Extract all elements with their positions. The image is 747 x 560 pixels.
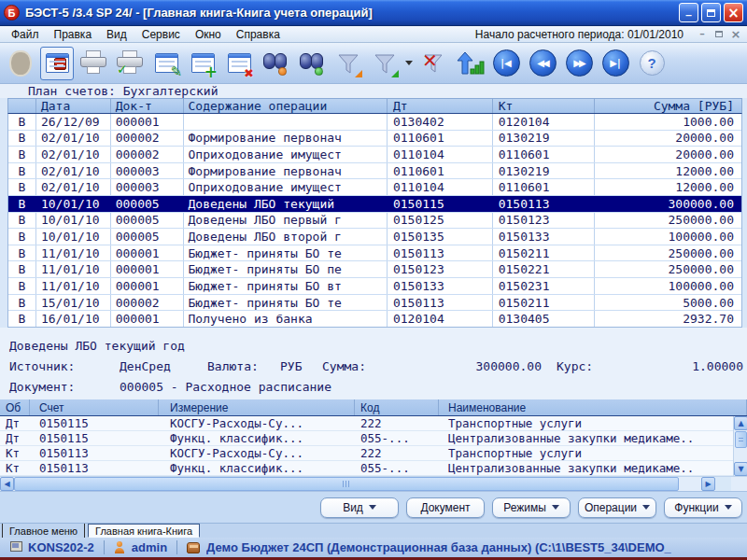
source-value: ДенСред	[120, 359, 207, 373]
action-button-0[interactable]: Вид	[320, 497, 399, 518]
postings-cell-3: 222	[355, 416, 439, 430]
edit-record-icon[interactable]	[149, 47, 183, 80]
cell-4: 0150123	[388, 261, 493, 277]
postings-header-row: ОбСчетИзмерениеКодНаименование	[0, 399, 747, 416]
delete-record-icon[interactable]	[222, 47, 256, 80]
search-next-icon[interactable]	[295, 47, 329, 80]
nav-last-icon[interactable]	[599, 47, 632, 80]
cell-6: 20000.00	[595, 131, 741, 147]
cell-2: 000001	[111, 261, 184, 277]
table-row[interactable]: В11/01/10000001Бюджет- приняты БО вт0150…	[8, 278, 741, 295]
postings-row[interactable]: Дт0150115КОСГУ-Расходы-Су...222Транспорт…	[0, 416, 733, 431]
cell-5: 0150123	[493, 213, 596, 229]
action-button-4[interactable]: Функции	[664, 497, 742, 518]
action-button-label: Режимы	[503, 501, 546, 514]
cell-4: 0110601	[388, 163, 493, 179]
nav-next-icon[interactable]	[562, 47, 596, 80]
table-row[interactable]: В10/01/10000005Доведены ЛБО текущий01501…	[8, 196, 741, 213]
cell-3: Доведены ЛБО первый г	[184, 213, 388, 229]
action-button-1[interactable]: Документ	[406, 497, 485, 518]
close-button[interactable]	[724, 3, 743, 22]
table-row[interactable]: В10/01/10000005Доведены ЛБО второй г0150…	[8, 229, 741, 245]
mdi-close-button[interactable]	[728, 28, 743, 41]
postings-cell-0: Дт	[0, 416, 30, 430]
host-section: KONS202-2	[0, 540, 105, 554]
postings-cell-4: Транспортные услуги	[439, 446, 733, 460]
print-check-icon[interactable]	[113, 47, 147, 80]
cell-1: 02/01/10	[36, 131, 111, 147]
nav-first-icon[interactable]	[489, 47, 523, 80]
filter-icon[interactable]	[331, 47, 365, 80]
column-header-0	[8, 99, 36, 113]
cell-1: 10/01/10	[36, 229, 111, 245]
postings-row[interactable]: Кт0150113КОСГУ-Расходы-Су...222Транспорт…	[0, 446, 733, 461]
menu-item-4[interactable]: Окно	[188, 27, 229, 42]
tab-bar: Главное менюГлавная книга-Книга	[0, 523, 747, 538]
table-row[interactable]: В26/12/09000001013040201201041000.00	[8, 114, 741, 131]
tab-0[interactable]: Главное меню	[2, 524, 85, 538]
table-row[interactable]: В02/01/10000003Оприходование имущест0110…	[8, 179, 741, 196]
cell-4: 0150113	[388, 245, 493, 261]
minimize-button[interactable]	[679, 3, 698, 22]
postings-row[interactable]: Дт0150115Функц. классифик...055-...Центр…	[0, 431, 733, 446]
postings-cell-2: КОСГУ-Расходы-Су...	[159, 446, 355, 460]
menu-item-2[interactable]: Вид	[99, 27, 134, 42]
sum-value: 300000.00	[378, 359, 542, 373]
disabled-placeholder-icon	[4, 47, 37, 80]
cell-1: 10/01/10	[36, 196, 111, 212]
postings-cell-2: Функц. классифик...	[159, 461, 355, 475]
table-row[interactable]: В10/01/10000005Доведены ЛБО первый г0150…	[8, 213, 741, 230]
cell-2: 000005	[111, 229, 184, 245]
cell-3: Бюджет- приняты БО пе	[184, 261, 388, 277]
scroll-right-icon[interactable]	[701, 477, 715, 491]
sort-icon[interactable]	[453, 47, 486, 80]
table-row[interactable]: В11/01/10000001Бюджет- приняты БО пе0150…	[8, 261, 741, 278]
action-button-2[interactable]: Режимы	[492, 497, 571, 518]
help-icon[interactable]	[635, 47, 669, 80]
filter-custom-icon[interactable]	[368, 47, 402, 80]
menu-item-5[interactable]: Справка	[229, 27, 288, 42]
horizontal-scroll-thumb[interactable]	[14, 477, 679, 491]
table-row[interactable]: В15/01/10000002Бюджет- приняты БО те0150…	[8, 295, 741, 312]
action-button-3[interactable]: Операции	[578, 497, 656, 518]
table-row[interactable]: В11/01/10000001Бюджет- приняты БО те0150…	[8, 245, 741, 262]
menu-item-1[interactable]: Правка	[47, 27, 100, 42]
window-title: БЭСТ-5 /3.4 SP 24/ - [Главная книга-Книг…	[25, 6, 676, 20]
cell-3: Формирование первонач	[184, 163, 388, 179]
mdi-minimize-button[interactable]	[695, 28, 710, 41]
horizontal-scrollbar[interactable]	[0, 476, 747, 491]
scroll-up-icon[interactable]	[734, 416, 747, 430]
table-row[interactable]: В16/01/10000001Получено из банка01201040…	[8, 311, 741, 327]
postings-cell-1: 0150113	[30, 461, 159, 475]
action-button-label: Функции	[674, 501, 718, 514]
cell-3: Оприходование имущест	[184, 147, 388, 162]
postings-row[interactable]: Кт0150113Функц. классифик...055-...Центр…	[0, 461, 733, 476]
database-icon	[187, 542, 200, 553]
cell-3: Доведены ЛБО текущий	[184, 196, 388, 212]
add-record-icon[interactable]	[186, 47, 219, 80]
scroll-track[interactable]	[679, 477, 701, 491]
app-window-icon[interactable]	[40, 47, 74, 80]
vertical-scroll-thumb[interactable]	[735, 431, 747, 448]
column-header-5: Кт	[493, 99, 596, 113]
menu-item-0[interactable]: Файл	[4, 27, 47, 42]
scroll-down-icon[interactable]	[734, 462, 747, 476]
mdi-restore-button[interactable]	[712, 28, 726, 41]
postings-column-header-1: Счет	[30, 399, 159, 415]
print-icon[interactable]	[77, 47, 110, 80]
tab-1[interactable]: Главная книга-Книга	[88, 524, 200, 538]
menu-item-3[interactable]: Сервис	[134, 27, 188, 42]
table-row[interactable]: В02/01/10000003Формирование первонач0110…	[8, 163, 741, 180]
filter-dropdown-icon[interactable]	[405, 61, 413, 65]
search-icon[interactable]	[259, 47, 292, 80]
table-row[interactable]: В02/01/10000002Оприходование имущест0110…	[8, 147, 741, 163]
nav-prev-icon[interactable]	[526, 47, 559, 80]
scroll-left-icon[interactable]	[0, 477, 14, 491]
toolbar	[0, 43, 747, 84]
cell-1: 10/01/10	[36, 213, 111, 229]
vertical-scrollbar[interactable]	[733, 416, 747, 476]
clear-filter-icon[interactable]	[416, 47, 450, 80]
table-row[interactable]: В02/01/10000002Формирование первонач0110…	[8, 131, 741, 147]
restore-button[interactable]	[701, 3, 721, 22]
cell-2: 000002	[111, 131, 184, 147]
